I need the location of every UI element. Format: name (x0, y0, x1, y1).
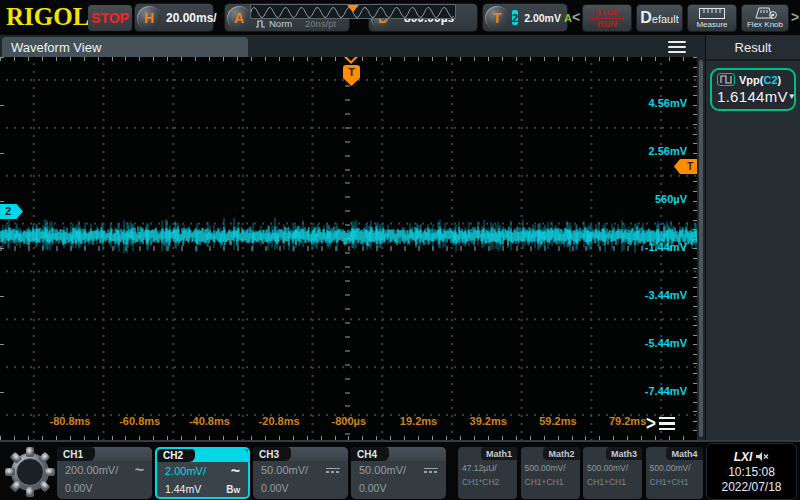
ch3-offset: 0.00V (261, 482, 288, 494)
v-axis-label-3: -1.44mV (645, 241, 687, 255)
math2-card[interactable]: Math2 500.00mV/ CH1+CH1 (521, 447, 580, 499)
ch2-trace (0, 57, 697, 440)
rigol-logo: RIGOL (6, 3, 89, 31)
dc-coupling-icon (424, 468, 438, 473)
v-axis-label-0: 4.56mV (648, 97, 687, 111)
math1-card[interactable]: Math1 47.12µU/ CH1*CH2 (458, 447, 517, 499)
flex-knob-button[interactable]: Flex Knob (741, 4, 789, 32)
plot-scrollbar[interactable] (697, 57, 705, 440)
flex-knob-button-label: Flex Knob (747, 20, 783, 29)
math4-card[interactable]: Math4 500.00mV/ CH1+CH1 (646, 447, 703, 499)
results-expand-icon[interactable]: > (646, 415, 675, 432)
rigol-gear-icon[interactable] (1, 443, 59, 500)
trigger-group[interactable]: T 2 2.00mV A (482, 3, 568, 32)
v-axis-label-1: 2.56mV (648, 145, 687, 159)
math3-scale: 500.00mV/ (583, 460, 642, 473)
toolbar-scroll-right-icon[interactable]: > (791, 9, 799, 25)
measurement-value: 1.6144mV (717, 88, 788, 105)
t-axis-label-3: -20.8ms (259, 415, 300, 427)
stop-run-stop-label: STOP (595, 8, 619, 17)
t-axis-label-7: 59.2ms (539, 415, 576, 427)
t-axis-label-2: -40.8ms (189, 415, 230, 427)
ch4-tab-label: CH4 (351, 447, 389, 461)
ch3-scale: 50.00mV/ (261, 464, 308, 476)
ch2-tab-label: CH2 (157, 449, 195, 462)
math3-card[interactable]: Math3 500.00mV/ CH1+CH1 (583, 447, 642, 499)
run-state-badge[interactable]: STOP (88, 5, 132, 31)
trigger-level-value: 2.00mV (524, 12, 561, 24)
lxi-label: LXI (734, 450, 753, 464)
t-axis-label-8: 79.2ms (609, 415, 646, 427)
stop-run-button[interactable]: STOP RUN (582, 4, 632, 32)
sound-muted-icon (756, 451, 769, 462)
trigger-source-badge: 2 (512, 10, 518, 25)
math4-tab-label: Math4 (666, 447, 702, 460)
ac-coupling-icon: ~ (135, 465, 144, 475)
measurement-source: C2 (763, 74, 777, 86)
math1-scale: 47.12µU/ (458, 460, 517, 473)
t-axis-label-4: -800µs (332, 415, 366, 427)
math2-tab-label: Math2 (543, 447, 579, 460)
math3-expression: CH1+CH1 (583, 473, 642, 487)
v-axis-label-2: 560µV (655, 193, 687, 207)
toolbar-scroll-left-icon[interactable]: < (572, 9, 580, 25)
result-panel-title: Result (706, 35, 800, 61)
measure-button-label: Measure (696, 20, 727, 29)
results-expand-arrow: > (646, 414, 656, 434)
ch3-tab-label: CH3 (253, 447, 291, 461)
ch3-card[interactable]: CH3 50.00mV/ 0.00V (253, 447, 348, 499)
ch1-tab-label: CH1 (57, 447, 95, 461)
results-expand-bars (659, 417, 675, 431)
v-axis-label-5: -5.44mV (645, 337, 687, 351)
math4-scale: 500.00mV/ (646, 460, 703, 473)
memory-overview-strip[interactable] (250, 4, 456, 19)
oscilloscope-screen: RIGOL STOP H 20.00ms/ A 50MSa/s Norm 10M… (0, 0, 800, 500)
v-axis-label-4: -3.44mV (645, 289, 687, 303)
ch4-card[interactable]: CH4 50.00mV/ 0.00V (351, 447, 446, 499)
plot-scrollbar-handle[interactable] (699, 60, 703, 437)
ch1-offset: 0.00V (65, 482, 92, 494)
ch2-card[interactable]: CH2 2.00mV/ ~ 1.44mV BW (155, 447, 250, 499)
t-axis-label-5: 19.2ms (400, 415, 437, 427)
math1-tab-label: Math1 (481, 447, 517, 460)
ruler-icon (699, 8, 725, 19)
acquire-mode-icon (256, 20, 267, 28)
vpp-measurement-item[interactable]: Vpp(C2) 1.6144mV ▼ (710, 68, 796, 111)
math4-expression: CH1+CH1 (646, 473, 703, 487)
overview-trigger-position-icon[interactable] (347, 5, 359, 12)
dc-coupling-icon (326, 468, 340, 473)
math1-expression: CH1*CH2 (458, 473, 517, 487)
measurement-name: Vpp(C2) (739, 74, 781, 86)
clock-date: 2022/07/18 (721, 480, 781, 494)
view-tab-bar: Waveform View (0, 35, 705, 57)
waveform-menu-icon[interactable] (668, 41, 686, 53)
horizontal-scale-group[interactable]: H 20.00ms/ (134, 3, 214, 32)
result-panel: Result Vpp(C2) 1.6144mV ▼ (705, 35, 800, 440)
flex-knob-icon (752, 7, 778, 19)
ch2-bandwidth-limit: BW (226, 484, 240, 495)
math3-tab-label: Math3 (606, 447, 642, 460)
ch2-offset: 1.44mV (165, 483, 201, 495)
stop-run-run-label: RUN (597, 20, 617, 29)
default-button[interactable]: Default (636, 4, 683, 32)
trigger-knob[interactable]: T (485, 6, 509, 30)
ch2-scale: 2.00mV/ (165, 465, 206, 477)
ch1-card[interactable]: CH1 200.00mV/ ~ 0.00V (57, 447, 152, 499)
measurement-type-icon (717, 73, 735, 86)
math2-scale: 500.00mV/ (521, 460, 580, 473)
status-box[interactable]: LXI 10:15:08 2022/07/18 (706, 443, 797, 500)
horizontal-scale-value: 20.00ms/ (166, 11, 217, 25)
t-axis-label-0: -80.8ms (50, 415, 91, 427)
acquisition-knob[interactable]: A (227, 6, 251, 30)
default-button-label: Default (640, 9, 678, 27)
horizontal-knob[interactable]: H (137, 6, 161, 30)
measurement-dropdown-icon[interactable]: ▼ (788, 92, 796, 101)
trigger-sweep-mode: A (564, 12, 572, 24)
trigger-position-outline-icon (343, 57, 359, 64)
measure-button[interactable]: Measure (687, 4, 737, 32)
waveform-view-tab[interactable]: Waveform View (2, 37, 248, 57)
waveform-plot[interactable]: 4.56mV 2.56mV 560µV -1.44mV -3.44mV -5.4… (0, 57, 697, 440)
clock-time: 10:15:08 (728, 465, 775, 479)
ac-coupling-icon: ~ (231, 466, 240, 476)
ch4-scale: 50.00mV/ (359, 464, 406, 476)
